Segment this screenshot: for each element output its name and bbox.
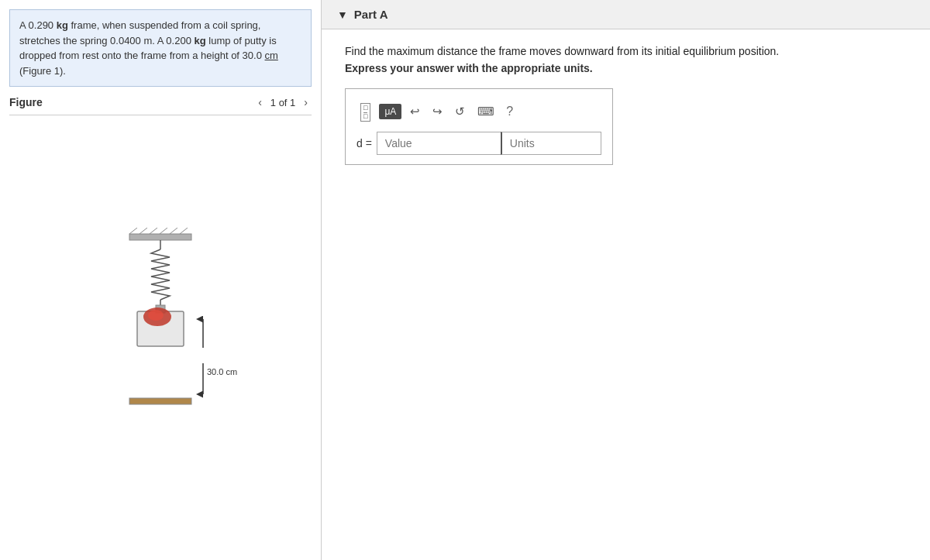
refresh-button[interactable]: ↺ xyxy=(451,102,469,121)
refresh-icon: ↺ xyxy=(455,105,465,118)
part-title: Part A xyxy=(354,8,388,21)
keyboard-icon: ⌨ xyxy=(477,105,494,118)
svg-line-5 xyxy=(170,228,177,234)
figure-area: Figure ‹ 1 of 1 › xyxy=(0,87,321,560)
figure-content: 30.0 cm xyxy=(9,122,312,551)
undo-icon: ↩ xyxy=(410,105,420,118)
part-header: ▼ Part A xyxy=(322,0,930,29)
instruction-text: Express your answer with the appropriate… xyxy=(345,62,907,74)
keyboard-button[interactable]: ⌨ xyxy=(474,102,498,121)
units-input[interactable] xyxy=(501,132,601,155)
figure-label: Figure xyxy=(9,96,43,108)
prev-figure-button[interactable]: ‹ xyxy=(254,94,266,110)
redo-button[interactable]: ↪ xyxy=(429,102,446,121)
svg-rect-16 xyxy=(129,398,191,404)
help-button[interactable]: ? xyxy=(506,105,513,119)
toolbar-row: □ □ μΑ ↩ ↪ ↺ xyxy=(356,98,601,124)
svg-text:30.0 cm: 30.0 cm xyxy=(207,367,237,376)
question-text: Find the maximum distance the frame move… xyxy=(345,45,907,57)
mu-button[interactable]: μΑ xyxy=(379,104,401,119)
figure-nav: ‹ 1 of 1 › xyxy=(254,94,312,110)
part-body: Find the maximum distance the frame move… xyxy=(322,29,930,180)
svg-line-2 xyxy=(140,228,147,234)
answer-box: □ □ μΑ ↩ ↪ ↺ xyxy=(345,88,613,165)
chevron-left-icon: ‹ xyxy=(258,96,262,108)
chevron-right-icon: › xyxy=(304,96,308,108)
d-label: d = xyxy=(356,137,372,149)
svg-rect-0 xyxy=(129,234,191,240)
svg-point-12 xyxy=(148,310,164,321)
svg-line-6 xyxy=(180,228,188,234)
redo-icon: ↪ xyxy=(432,105,443,118)
figure-diagram: 30.0 cm xyxy=(83,228,238,445)
input-row: d = xyxy=(356,132,601,155)
fraction-button[interactable]: □ □ xyxy=(356,98,374,124)
svg-line-4 xyxy=(160,228,167,234)
figure-header: Figure ‹ 1 of 1 › xyxy=(9,87,312,115)
part-collapse-button[interactable]: ▼ xyxy=(337,9,348,21)
left-panel: A 0.290 kg frame, when suspended from a … xyxy=(0,0,322,560)
next-figure-button[interactable]: › xyxy=(300,94,312,110)
undo-button[interactable]: ↩ xyxy=(406,102,424,121)
svg-line-3 xyxy=(150,228,157,234)
problem-text: A 0.290 kg frame, when suspended from a … xyxy=(9,9,312,87)
right-panel: ▼ Part A Find the maximum distance the f… xyxy=(322,0,930,560)
svg-line-1 xyxy=(129,228,137,234)
fraction-icon: □ □ xyxy=(360,103,370,122)
page-indicator: 1 of 1 xyxy=(270,97,296,108)
value-input[interactable] xyxy=(377,132,501,155)
